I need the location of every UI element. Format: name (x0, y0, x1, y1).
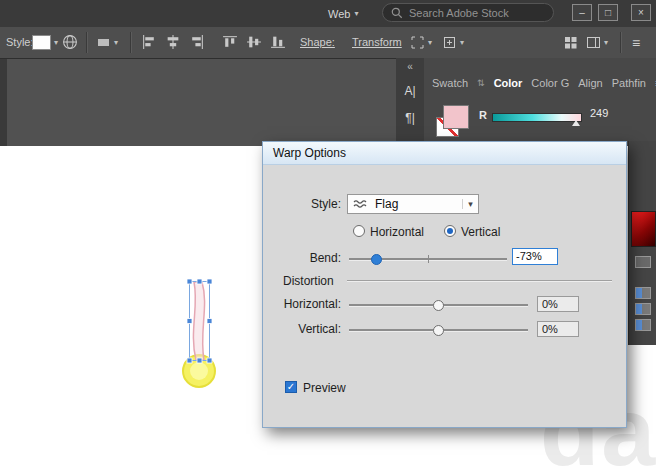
horizontal-distortion-thumb[interactable] (433, 300, 444, 311)
paragraph-panel-icon[interactable]: ¶| (396, 111, 424, 125)
tab-color[interactable]: Color (494, 77, 523, 89)
align-left-button[interactable] (141, 34, 157, 50)
channel-r-value[interactable]: 249 (590, 107, 608, 119)
brush-definition-dropdown[interactable]: ▾ (96, 35, 118, 50)
workspace-switcher[interactable]: Web ▾ (328, 5, 358, 22)
adobe-stock-search-input[interactable]: Search Adobe Stock (382, 3, 554, 22)
vertical-distortion-value[interactable]: 0% (537, 321, 579, 337)
control-bar-menu-icon[interactable]: ≡ (632, 35, 640, 51)
chevron-down-icon: ▾ (460, 38, 464, 47)
horizontal-distortion-value[interactable]: 0% (537, 296, 579, 312)
chevron-down-icon: ▾ (114, 38, 118, 47)
collapsed-panel-icon[interactable] (635, 287, 651, 299)
transform-link[interactable]: Transform (352, 36, 402, 48)
fill-color-swatch[interactable] (443, 105, 469, 129)
window-controls: – □ × (572, 4, 651, 21)
window-edge-strip (0, 58, 7, 146)
align-bottom-button[interactable] (270, 34, 286, 50)
search-icon (391, 7, 403, 19)
separator (620, 32, 622, 53)
search-placeholder: Search Adobe Stock (409, 7, 509, 19)
yellow-circle-inner (190, 362, 208, 380)
chevron-down-icon: ▾ (54, 38, 58, 47)
shape-link[interactable]: Shape: (300, 36, 335, 48)
align-right-button[interactable] (189, 34, 205, 50)
section-divider (347, 280, 612, 282)
separator (130, 32, 132, 53)
collapsed-panel-icon[interactable] (635, 256, 651, 268)
chevron-down-icon: ▾ (604, 38, 608, 47)
preview-checkbox[interactable]: ✓ (285, 381, 297, 393)
collapse-panels-icon[interactable]: « (396, 61, 424, 72)
distortion-vertical-label: Vertical: (271, 322, 341, 336)
align-center-vertical-button[interactable] (246, 34, 262, 50)
channel-r-slider[interactable] (492, 113, 582, 122)
horizontal-radio[interactable] (353, 225, 365, 237)
style-label: Style: (6, 36, 34, 48)
dialog-body: Style: Flag ▾ Horizontal Vertical Bend: … (263, 165, 626, 428)
minimize-button[interactable]: – (572, 4, 592, 21)
bend-slider-center-tick (428, 255, 429, 263)
dialog-title: Warp Options (273, 146, 346, 160)
tab-swatches[interactable]: Swatch (432, 77, 468, 89)
warp-style-select[interactable]: Flag ▾ (347, 194, 479, 214)
pasteboard (0, 58, 396, 146)
warped-flag-shape (193, 282, 204, 360)
vertical-radio-label: Vertical (461, 225, 500, 239)
workspace-label: Web (328, 8, 350, 20)
collapsed-right-column (628, 141, 656, 345)
chevron-down-icon: ▾ (354, 9, 358, 18)
tab-align[interactable]: Align (578, 77, 602, 89)
panel-layout-dropdown[interactable]: ▾ (586, 35, 608, 50)
warp-style-value: Flag (375, 197, 398, 211)
bend-value-input[interactable]: -73% (512, 248, 558, 265)
collapsed-panel-strip: « A| ¶| (396, 58, 425, 141)
panel-tabs: Swatch ⇅ Color Color G Align Pathfin ≡ (424, 71, 656, 94)
warp-style-label: Style: (271, 197, 341, 211)
separator (86, 32, 88, 53)
gradient-swatch[interactable] (631, 211, 656, 247)
channel-r-slider-thumb[interactable] (572, 120, 580, 126)
bend-label: Bend: (271, 251, 341, 265)
app-titlebar: Web ▾ Search Adobe Stock – □ × (0, 0, 656, 28)
dialog-titlebar[interactable]: Warp Options (263, 142, 626, 165)
horizontal-radio-label: Horizontal (370, 225, 424, 239)
collapsed-panel-icon[interactable] (635, 303, 651, 315)
warp-options-dialog: Warp Options Style: Flag ▾ Horizontal Ve… (262, 141, 627, 428)
radio-selected-dot (447, 228, 453, 234)
tab-color-guide[interactable]: Color G (531, 77, 569, 89)
style-swatch-icon (32, 35, 51, 50)
recolor-artwork-icon[interactable] (62, 34, 78, 50)
arrange-dropdown[interactable]: ▾ (442, 35, 464, 50)
character-panel-icon[interactable]: A| (396, 84, 424, 98)
illustrator-window: da Web ▾ Search Adobe Stock – □ × (0, 0, 656, 469)
distortion-horizontal-label: Horizontal: (271, 297, 341, 311)
close-button[interactable]: × (631, 4, 651, 21)
graphic-style-dropdown[interactable]: ▾ (32, 35, 58, 50)
chevron-down-icon: ▾ (462, 199, 478, 209)
align-center-horizontal-button[interactable] (165, 34, 181, 50)
tab-pathfinder[interactable]: Pathfin (612, 77, 646, 89)
selected-artwork[interactable] (170, 270, 234, 400)
distortion-section-label: Distortion (283, 274, 334, 288)
channel-r-label: R (479, 109, 487, 121)
control-bar: Style: ▾ ▾ Shape: (0, 27, 656, 59)
isolate-selection-dropdown[interactable]: ▾ (410, 35, 432, 50)
panel-dock: Swatch ⇅ Color Color G Align Pathfin ≡ R… (424, 58, 656, 141)
restore-button[interactable]: □ (598, 4, 618, 21)
tab-sort-icon: ⇅ (477, 78, 485, 88)
chevron-down-icon: ▾ (428, 38, 432, 47)
vertical-radio[interactable] (444, 225, 456, 237)
grid-view-icon[interactable] (563, 35, 578, 50)
flag-style-icon (353, 198, 369, 210)
vertical-distortion-thumb[interactable] (433, 325, 444, 336)
align-top-button[interactable] (222, 34, 238, 50)
bend-slider-thumb[interactable] (371, 254, 382, 265)
collapsed-panel-icon[interactable] (635, 319, 651, 331)
preview-label: Preview (303, 381, 346, 395)
